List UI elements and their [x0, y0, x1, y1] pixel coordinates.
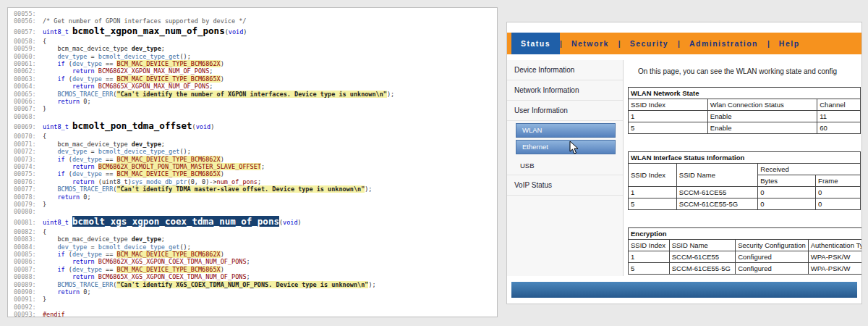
table-cell: 5 — [629, 198, 677, 210]
code-text: uint8_t bcmolt_xgs_xgpon_coex_tdma_num_o… — [43, 216, 302, 228]
nav-tab-security[interactable]: Security — [621, 33, 678, 54]
table-title: WLAN Network State — [629, 88, 861, 99]
table-cell: 11 — [817, 111, 861, 122]
table-row: 1Enable11 — [629, 111, 861, 122]
code-text: dev_type = bcmolt_device_type_get(); — [43, 148, 191, 155]
line-number: 00083: — [14, 235, 43, 243]
code-line: 00074: return BCM6862X_BCMOLT_PON_TDMA_M… — [14, 163, 497, 170]
sidebar-item-ethernet[interactable]: Ethernet — [516, 140, 616, 154]
code-line: 00061: if (dev_type == BCM_MAC_DEVICE_TY… — [14, 60, 497, 67]
code-line: 00069:uint8_t bcmolt_pon_tdma_offset(voi… — [14, 120, 497, 133]
content-tables: WLAN Network StateSSID IndexWlan Connect… — [628, 87, 861, 275]
line-number: 00090: — [14, 288, 43, 296]
code-text: return BCM6862X_BCMOLT_PON_TDMA_MASTER_S… — [43, 163, 265, 170]
line-number: 00062: — [14, 67, 43, 75]
sidebar-item-device-information[interactable]: Device Information — [507, 60, 623, 80]
code-line: 00056:/* Get number of GPON interfaces s… — [14, 17, 497, 25]
code-line: 00081:uint8_t bcmolt_xgs_xgpon_coex_tdma… — [14, 216, 497, 228]
code-lines: 00055:00056:/* Get number of GPON interf… — [8, 8, 497, 317]
line-number: 00080: — [14, 208, 43, 215]
table-cell: 0 — [758, 187, 816, 198]
code-line: 00093:#endif — [14, 311, 497, 317]
intro-text: On this page, you can see the WLAN worki… — [638, 67, 861, 75]
line-number: 00076: — [14, 178, 43, 185]
line-number: 00069: — [14, 122, 43, 133]
table-title: WLAN Interface Status Information — [629, 152, 861, 164]
line-number: 00088: — [14, 273, 43, 280]
code-text: dev_type = bcmolt_device_type_get(); — [43, 53, 191, 60]
code-line: 00065: BCMOS_TRACE_ERR("Can't identify t… — [14, 91, 497, 98]
table-row: 5SCCM-61CE55-5GConfiguredWPA-PSK/W — [629, 263, 862, 275]
nav-tab-network[interactable]: Network — [562, 33, 618, 54]
table-header-cell: SSID Name — [676, 164, 757, 187]
table-cell: SCCM-61CE55 — [676, 187, 757, 198]
mouse-cursor — [569, 141, 579, 154]
nav-tab-administration[interactable]: Administration — [680, 33, 767, 54]
line-number: 00085: — [14, 251, 43, 258]
code-line: 00092: — [14, 304, 497, 311]
code-text: } — [43, 296, 46, 303]
panel-body: Device InformationNetwork InformationUse… — [507, 60, 861, 276]
code-line: 00067:} — [14, 105, 497, 112]
code-text: BCMOS_TRACE_ERR("Can't identify XGS_COEX… — [43, 281, 376, 288]
sidebar-item-network-information[interactable]: Network Information — [507, 80, 623, 101]
code-line: 00083: bcm_mac_device_type dev_type; — [14, 235, 497, 243]
code-line: 00064: return BCM6865X_XGPON_MAX_NUM_OF_… — [14, 83, 497, 90]
code-line: 00057:uint8_t bcmolt_xgpon_max_num_of_po… — [14, 25, 497, 38]
table-cell: 0 — [816, 187, 861, 198]
line-number: 00066: — [14, 98, 43, 105]
sidebar-item-usb[interactable]: USB — [507, 156, 623, 175]
line-number: 00068: — [14, 113, 43, 120]
table-cell: SCCM-61CE55-5G — [676, 198, 757, 210]
table-cell: Configured — [736, 263, 808, 275]
table-title: Encryption — [629, 228, 862, 240]
table-header-cell: Wlan Connection Status — [707, 99, 817, 111]
code-line: 00059: bcm_mac_device_type dev_type; — [14, 45, 497, 52]
code-line: 00055: — [14, 10, 497, 17]
code-text: bcm_mac_device_type dev_type; — [43, 45, 165, 52]
code-text: uint8_t bcmolt_xgpon_max_num_of_pons(voi… — [43, 25, 247, 38]
line-number: 00059: — [14, 45, 43, 52]
table-cell: SCCM-61CE55 — [669, 251, 736, 263]
line-number: 00093: — [14, 311, 43, 317]
table-cell: 1 — [629, 251, 670, 263]
code-line: 00060: dev_type = bcmolt_device_type_get… — [14, 53, 497, 60]
table-header-cell: Authentication Type — [808, 240, 861, 251]
table-header-cell: Bytes — [758, 175, 816, 187]
line-number: 00058: — [14, 38, 43, 45]
table-cell: SCCM-61CE55-5G — [669, 263, 736, 275]
code-line: 00087: if (dev_type == BCM_MAC_DEVICE_TY… — [14, 266, 497, 273]
nav-tab-status[interactable]: Status — [511, 33, 560, 54]
table-header-cell: SSID Name — [669, 240, 736, 251]
table-cell: 1 — [629, 187, 677, 198]
line-number: 00092: — [14, 304, 43, 311]
table-header-cell: SSID Index — [629, 240, 670, 251]
line-number: 00084: — [14, 243, 43, 251]
table-cell: 0 — [816, 198, 861, 210]
code-text: { — [43, 228, 46, 235]
sidebar-item-user-information[interactable]: User Information — [507, 101, 623, 121]
code-text: return 0; — [43, 193, 91, 201]
table-cell: 0 — [758, 198, 816, 210]
code-text: if (dev_type == BCM_MAC_DEVICE_TYPE_BCM6… — [43, 156, 224, 163]
line-number: 00067: — [14, 105, 43, 112]
table-cell: Enable — [707, 111, 817, 122]
code-line: 00090: return 0; — [14, 288, 497, 296]
line-number: 00078: — [14, 193, 43, 201]
code-line: 00076: return (uint8_t)sys_mode_db_ptr(0… — [14, 178, 497, 185]
line-number: 00086: — [14, 258, 43, 265]
sidebar-item-wlan[interactable]: WLAN — [516, 123, 616, 138]
code-text: BCMOS_TRACE_ERR("Can't identify TDMA mas… — [43, 185, 373, 193]
line-number: 00060: — [14, 53, 43, 60]
code-text: return 0; — [43, 98, 91, 105]
sidebar-item-voip-status[interactable]: VoIP Status — [507, 175, 623, 196]
nav-tab-help[interactable]: Help — [770, 33, 809, 54]
code-line: 00066: return 0; — [14, 98, 497, 105]
code-line: 00079:} — [14, 201, 497, 208]
table-cell: 60 — [817, 122, 861, 134]
code-line: 00082:{ — [14, 228, 497, 235]
code-line: 00070:{ — [14, 133, 497, 140]
code-line: 00072: dev_type = bcmolt_device_type_get… — [14, 148, 497, 155]
table-row: 5SCCM-61CE55-5G00 — [629, 198, 861, 210]
code-text: /* Get number of GPON interfaces support… — [43, 17, 246, 25]
